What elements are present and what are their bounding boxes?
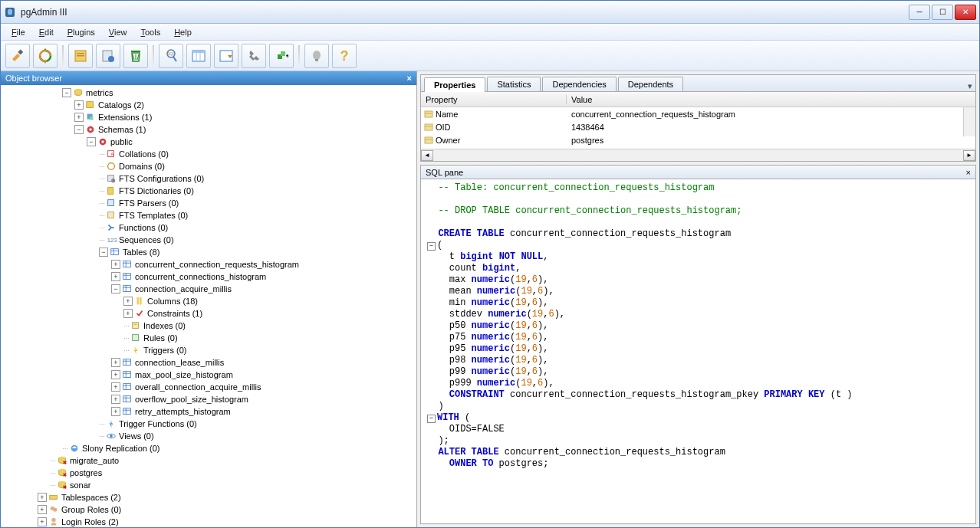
property-row[interactable]: Ownerpostgres <box>421 133 975 146</box>
tree-node[interactable]: +Columns (18) <box>1 295 416 307</box>
maintenance-button[interactable] <box>242 44 266 68</box>
expander-icon[interactable]: + <box>111 272 120 281</box>
expander-icon[interactable]: + <box>111 370 120 379</box>
menu-view[interactable]: View <box>103 25 133 39</box>
menu-edit[interactable]: Edit <box>33 25 60 39</box>
scroll-left-icon[interactable]: ◄ <box>421 150 433 161</box>
tree-node[interactable]: ⋯Functions (0) <box>1 221 416 234</box>
menu-help[interactable]: Help <box>168 25 198 39</box>
tree-node[interactable]: ⋯123Sequences (0) <box>1 234 416 246</box>
expander-icon[interactable]: + <box>74 100 84 110</box>
connect-button[interactable] <box>5 44 30 68</box>
tree-node[interactable]: ⋯Views (0) <box>1 430 416 442</box>
menu-file[interactable]: File <box>5 25 31 39</box>
tree-node[interactable]: +Constraints (1) <box>1 307 416 320</box>
tree-node[interactable]: ⋯FTS Templates (0) <box>1 209 416 221</box>
expander-icon[interactable]: + <box>111 407 120 416</box>
close-panel-button[interactable]: × <box>407 74 412 83</box>
tree-node[interactable]: −connection_acquire_millis <box>1 283 416 295</box>
expander-icon[interactable]: + <box>111 382 120 392</box>
tree-node[interactable]: ⋯Domains (0) <box>1 160 416 172</box>
titlebar[interactable]: pgAdmin III ─ ☐ ✕ <box>1 1 979 24</box>
tree-node[interactable]: +Tablespaces (2) <box>1 491 416 503</box>
expander-icon[interactable]: − <box>111 284 120 294</box>
tab-dropdown-icon[interactable]: ▾ <box>965 81 975 91</box>
close-sql-button[interactable]: × <box>966 168 971 177</box>
tree-node[interactable]: ⋯postgres <box>1 467 416 479</box>
expander-icon[interactable]: + <box>38 493 47 502</box>
drop-button[interactable] <box>123 44 148 68</box>
expander-icon[interactable]: + <box>111 395 120 404</box>
expander-icon[interactable]: + <box>111 358 120 367</box>
tree-node[interactable]: +concurrent_connections_histogram <box>1 271 416 283</box>
tree-node[interactable]: +max_pool_size_histogram <box>1 369 416 381</box>
svg-rect-65 <box>123 408 131 415</box>
refresh-button[interactable] <box>33 44 58 68</box>
tree-node[interactable]: ⋯Trigger Functions (0) <box>1 418 416 430</box>
scrollbar-v[interactable] <box>963 107 975 136</box>
scrollbar-h[interactable]: ◄ ► <box>421 149 975 161</box>
tree-node[interactable]: +Extensions (1) <box>1 111 416 123</box>
tree-label: Rules (0) <box>143 333 178 343</box>
tab-properties[interactable]: Properties <box>424 77 485 92</box>
menu-tools[interactable]: Tools <box>134 25 166 39</box>
object-tree[interactable]: −metrics+Catalogs (2)+Extensions (1)−Sch… <box>1 85 416 527</box>
tree-node[interactable]: ⋯FTS Dictionaries (0) <box>1 185 416 197</box>
expander-icon[interactable]: − <box>99 248 108 257</box>
execute-button[interactable] <box>269 44 294 68</box>
create-button[interactable] <box>96 44 120 68</box>
close-button[interactable]: ✕ <box>955 5 976 20</box>
tree-node[interactable]: ⋯ACollations (0) <box>1 148 416 160</box>
sql-body[interactable]: -- Table: concurrent_connection_requests… <box>421 179 975 523</box>
tree-node[interactable]: ⋯FTS Parsers (0) <box>1 197 416 209</box>
expander-icon[interactable]: + <box>38 505 47 514</box>
tab-statistics[interactable]: Statistics <box>487 77 541 91</box>
tree-node[interactable]: ⋯Rules (0) <box>1 332 416 344</box>
tree-node[interactable]: +Login Roles (2) <box>1 516 416 527</box>
tree-node[interactable]: −Schemas (1) <box>1 123 416 136</box>
tree-node[interactable]: +retry_attempts_histogram <box>1 405 416 418</box>
tree-node[interactable]: +concurrent_connection_requests_histogra… <box>1 258 416 271</box>
tree-node[interactable]: +Catalogs (2) <box>1 99 416 111</box>
menu-plugins[interactable]: Plugins <box>61 25 101 39</box>
svg-point-17 <box>313 51 321 60</box>
expander-icon[interactable]: + <box>74 113 84 122</box>
view-data-button[interactable] <box>186 44 211 68</box>
tree-node[interactable]: +overall_connection_acquire_millis <box>1 381 416 393</box>
expander-icon[interactable]: + <box>38 517 47 526</box>
tree-node[interactable]: ⋯FTS Configurations (0) <box>1 172 416 185</box>
sql-pane: SQL pane × -- Table: concurrent_connecti… <box>420 165 976 524</box>
scroll-right-icon[interactable]: ► <box>963 150 975 161</box>
minimize-button[interactable]: ─ <box>909 5 930 20</box>
hint-button[interactable] <box>304 44 329 68</box>
tab-dependencies[interactable]: Dependencies <box>542 77 616 91</box>
tab-dependents[interactable]: Dependents <box>618 77 683 91</box>
tree-node[interactable]: −public <box>1 136 416 148</box>
tree-node[interactable]: ⋯Slony Replication (0) <box>1 442 416 454</box>
expander-icon[interactable]: + <box>111 260 120 269</box>
tree-node[interactable]: +connection_lease_millis <box>1 356 416 369</box>
tree-label: Tablespaces (2) <box>61 493 121 502</box>
expander-icon[interactable]: − <box>87 137 96 146</box>
tree-node[interactable]: −metrics <box>1 87 416 99</box>
tree-node[interactable]: +Group Roles (0) <box>1 503 416 516</box>
tree-node[interactable]: ⋯Indexes (0) <box>1 320 416 332</box>
tree-node[interactable]: −Tables (8) <box>1 246 416 258</box>
tree-node[interactable]: ⋯migrate_auto <box>1 454 416 467</box>
tree-node[interactable]: ⋯Triggers (0) <box>1 344 416 356</box>
tree-node[interactable]: +overflow_pool_size_histogram <box>1 393 416 405</box>
sql-button[interactable]: SQL <box>159 44 183 68</box>
svg-rect-80 <box>425 124 432 130</box>
svg-rect-42 <box>123 274 131 280</box>
property-row[interactable]: Nameconcurrent_connection_requests_histo… <box>421 107 975 120</box>
filter-data-button[interactable] <box>214 44 238 68</box>
expander-icon[interactable]: − <box>62 88 71 97</box>
tree-node[interactable]: ⋯sonar <box>1 479 416 491</box>
expander-icon[interactable]: + <box>123 297 133 306</box>
expander-icon[interactable]: − <box>74 125 84 134</box>
maximize-button[interactable]: ☐ <box>932 5 953 20</box>
property-row[interactable]: OID1438464 <box>421 120 975 133</box>
help-button[interactable]: ? <box>332 44 357 68</box>
expander-icon[interactable]: + <box>123 309 133 318</box>
properties-button[interactable] <box>68 44 93 68</box>
